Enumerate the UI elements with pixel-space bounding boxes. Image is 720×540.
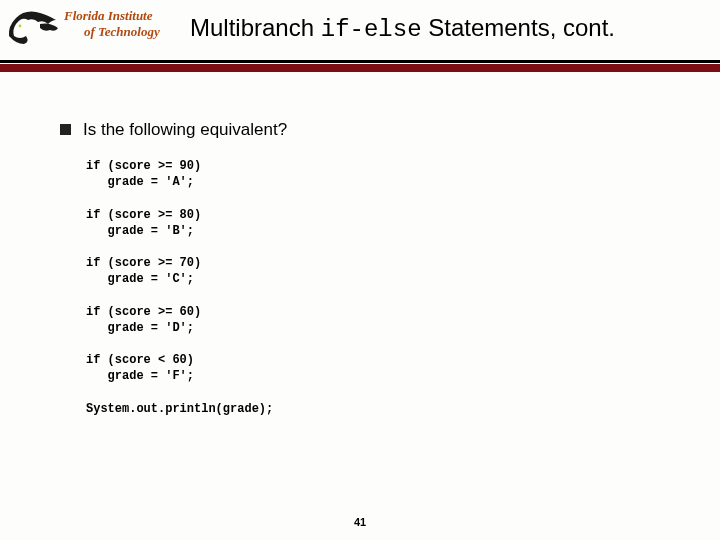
code-block: if (score >= 90) grade = 'A'; if (score …	[86, 158, 680, 417]
rule-black	[0, 60, 720, 63]
code-line: System.out.println(grade);	[86, 402, 273, 416]
panther-icon	[6, 6, 60, 46]
logo: Florida Institute of Technology	[6, 4, 166, 52]
code-line: grade = 'F';	[86, 369, 194, 383]
svg-point-0	[19, 25, 22, 28]
code-line: grade = 'B';	[86, 224, 194, 238]
title-after: Statements, cont.	[422, 14, 615, 41]
logo-text-line2: of Technology	[84, 24, 160, 40]
logo-text-line1: Florida Institute	[64, 8, 153, 24]
code-line: if (score >= 70)	[86, 256, 201, 270]
code-line: if (score >= 90)	[86, 159, 201, 173]
code-line: if (score >= 80)	[86, 208, 201, 222]
code-line: if (score < 60)	[86, 353, 194, 367]
bullet-text: Is the following equivalent?	[83, 120, 287, 140]
rule-crimson	[0, 64, 720, 72]
page-number: 41	[0, 516, 720, 528]
bullet-item: Is the following equivalent?	[60, 120, 680, 140]
code-line: grade = 'D';	[86, 321, 194, 335]
square-bullet-icon	[60, 124, 71, 135]
slide-title: Multibranch if-else Statements, cont.	[190, 14, 615, 43]
content-area: Is the following equivalent? if (score >…	[60, 120, 680, 417]
code-line: grade = 'A';	[86, 175, 194, 189]
code-line: grade = 'C';	[86, 272, 194, 286]
title-before: Multibranch	[190, 14, 321, 41]
header-rules	[0, 60, 720, 72]
code-line: if (score >= 60)	[86, 305, 201, 319]
title-mono: if-else	[321, 16, 422, 43]
